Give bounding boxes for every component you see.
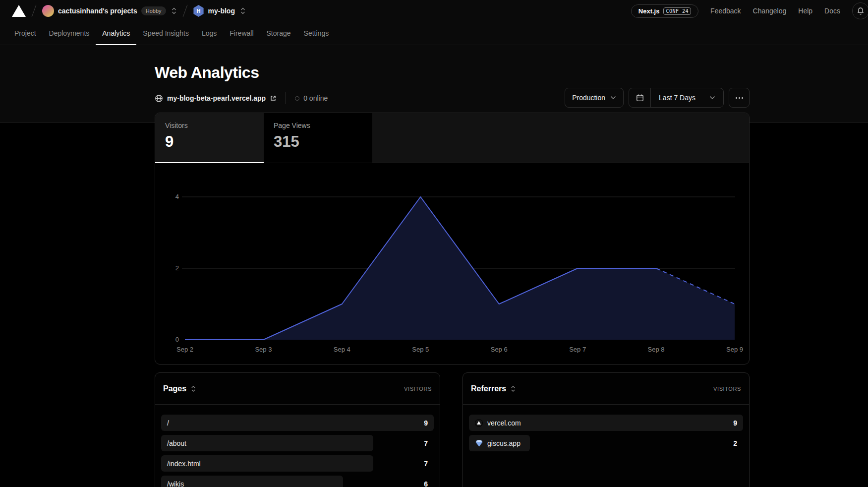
more-options-button[interactable] — [729, 88, 750, 108]
changelog-link[interactable]: Changelog — [753, 7, 787, 15]
page-row[interactable]: /wikis 6 — [161, 476, 434, 487]
referrers-sort-control[interactable]: Referrers — [471, 384, 516, 393]
pages-panel-header: Pages VISITORS — [155, 373, 440, 405]
referrers-panel: Referrers VISITORS vercel.com 9 giscus.a… — [463, 372, 750, 487]
conf24-badge: CONF 24 — [663, 7, 691, 15]
online-status: 0 online — [295, 94, 328, 102]
pages-panel: Pages VISITORS / 9 /about 7 /index.html … — [155, 372, 440, 487]
page-title: Web Analytics — [155, 63, 259, 82]
environment-select[interactable]: Production — [565, 88, 624, 108]
page-path: /wikis — [167, 480, 184, 487]
svg-text:Sep 6: Sep 6 — [491, 346, 508, 353]
page-path: /index.html — [167, 460, 201, 468]
breadcrumb-separator — [182, 5, 187, 17]
plan-badge: Hobby — [141, 6, 166, 15]
page-visitors: 7 — [424, 439, 428, 447]
pages-visitors-column: VISITORS — [404, 386, 432, 392]
ellipsis-icon — [736, 97, 743, 99]
project-icon: H — [193, 5, 204, 17]
external-link-icon — [270, 95, 277, 102]
online-text: 0 online — [303, 94, 328, 102]
referrer-visitors: 2 — [733, 439, 737, 447]
page-row[interactable]: /index.html 7 — [161, 455, 434, 472]
docs-link[interactable]: Docs — [824, 7, 840, 15]
header-actions: Next.js CONF 24 Feedback Changelog Help … — [631, 2, 868, 19]
svg-text:Sep 5: Sep 5 — [412, 346, 429, 353]
project-name[interactable]: my-blog — [208, 7, 235, 15]
referrer-row[interactable]: vercel.com 9 — [469, 415, 743, 431]
nextjs-conf-button[interactable]: Next.js CONF 24 — [631, 4, 698, 18]
chevron-down-icon — [709, 96, 715, 100]
nav-tab-storage[interactable]: Storage — [260, 22, 297, 45]
project-switcher-icon[interactable] — [240, 7, 246, 15]
visitors-area-chart[interactable]: 024Sep 2Sep 3Sep 4Sep 5Sep 6Sep 7Sep 8Se… — [155, 113, 749, 364]
page-path: / — [167, 419, 169, 427]
svg-text:4: 4 — [175, 193, 179, 200]
sort-chevrons-icon — [511, 385, 516, 392]
svg-text:Sep 9: Sep 9 — [726, 346, 743, 353]
referrer-domain: vercel.com — [487, 419, 521, 427]
page-visitors: 7 — [424, 460, 428, 468]
nav-tab-logs[interactable]: Logs — [195, 22, 223, 45]
chevron-down-icon — [610, 96, 616, 100]
nav-tab-firewall[interactable]: Firewall — [223, 22, 260, 45]
team-name[interactable]: cactusinhand's projects — [58, 7, 137, 15]
page-row[interactable]: / 9 — [161, 415, 434, 431]
page-row[interactable]: /about 7 — [161, 435, 434, 451]
referrers-rows: vercel.com 9 giscus.app 2 — [463, 405, 749, 451]
project-nav: Project Deployments Analytics Speed Insi… — [0, 22, 868, 45]
referrer-row[interactable]: giscus.app 2 — [469, 435, 743, 451]
pages-title: Pages — [163, 384, 186, 393]
feedback-link[interactable]: Feedback — [710, 7, 741, 15]
domain-link[interactable]: my-blog-beta-pearl.vercel.app — [155, 94, 277, 103]
referrer-domain: giscus.app — [487, 439, 521, 447]
referrers-title: Referrers — [471, 384, 506, 393]
date-range-value: Last 7 Days — [659, 94, 695, 102]
page-visitors: 6 — [424, 480, 428, 487]
svg-text:2: 2 — [175, 264, 179, 272]
domain-row: my-blog-beta-pearl.vercel.app 0 online — [155, 91, 328, 105]
notifications-button[interactable] — [852, 2, 868, 19]
svg-text:Sep 2: Sep 2 — [176, 346, 193, 353]
nav-tab-project[interactable]: Project — [8, 22, 43, 45]
svg-text:0: 0 — [175, 336, 179, 343]
help-link[interactable]: Help — [798, 7, 812, 15]
nav-tab-speed-insights[interactable]: Speed Insights — [136, 22, 195, 45]
domain-text[interactable]: my-blog-beta-pearl.vercel.app — [167, 94, 266, 102]
pages-rows: / 9 /about 7 /index.html 7 /wikis 6 — [155, 405, 440, 487]
sort-chevrons-icon — [191, 385, 196, 392]
svg-text:Sep 4: Sep 4 — [334, 346, 350, 353]
page-visitors: 9 — [424, 419, 428, 427]
vercel-logo-icon[interactable] — [12, 5, 26, 17]
svg-text:Sep 8: Sep 8 — [648, 346, 665, 353]
calendar-icon — [629, 88, 651, 107]
team-switcher-icon[interactable] — [171, 7, 177, 15]
svg-text:Sep 7: Sep 7 — [569, 346, 586, 353]
referrers-panel-header: Referrers VISITORS — [463, 373, 749, 405]
giscus-gem-favicon-icon — [475, 439, 483, 447]
bell-icon — [857, 7, 865, 15]
analytics-chart-card: Visitors 9 Page Views 315 024Sep 2Sep 3S… — [155, 113, 750, 365]
divider — [286, 92, 286, 104]
nav-tab-analytics[interactable]: Analytics — [96, 22, 136, 45]
nav-tab-deployments[interactable]: Deployments — [43, 22, 96, 45]
svg-text:Sep 3: Sep 3 — [255, 346, 272, 353]
referrer-visitors: 9 — [733, 419, 737, 427]
top-header: cactusinhand's projects Hobby H my-blog … — [0, 0, 868, 22]
vercel-analytics-page: cactusinhand's projects Hobby H my-blog … — [0, 0, 868, 487]
globe-icon — [155, 94, 163, 103]
analytics-toolbar: Production Last 7 Days — [565, 88, 750, 108]
nextjs-label: Next.js — [638, 7, 660, 15]
referrers-visitors-column: VISITORS — [713, 386, 741, 392]
team-breadcrumb[interactable]: cactusinhand's projects Hobby — [42, 5, 177, 17]
online-dot-icon — [295, 96, 299, 101]
vercel-favicon-icon — [475, 419, 483, 427]
pages-sort-control[interactable]: Pages — [163, 384, 196, 393]
page-path: /about — [167, 439, 186, 447]
environment-value: Production — [572, 94, 605, 102]
team-avatar[interactable] — [42, 5, 54, 17]
date-range-select[interactable]: Last 7 Days — [629, 88, 724, 108]
breadcrumb-separator — [32, 5, 37, 17]
project-breadcrumb[interactable]: H my-blog — [193, 5, 246, 17]
nav-tab-settings[interactable]: Settings — [297, 22, 336, 45]
